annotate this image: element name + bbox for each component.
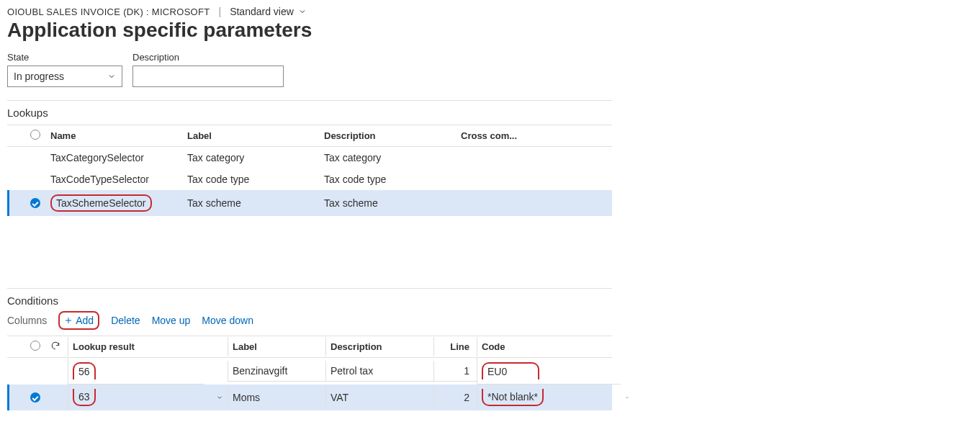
lookups-header-row: Name Label Description Cross com... xyxy=(7,125,612,147)
highlight-annotation: Add xyxy=(58,311,99,330)
conditions-header-row: Lookup result Label Description Line Cod… xyxy=(7,336,612,358)
col-label[interactable]: Label xyxy=(228,337,325,356)
view-switcher-label: Standard view xyxy=(230,6,294,17)
lookup-description: Tax code type xyxy=(320,169,457,189)
chevron-down-icon xyxy=(298,7,307,16)
highlight-annotation: EU0 xyxy=(482,362,539,379)
conditions-toolbar: Columns Add Delete Move up Move down xyxy=(7,311,612,330)
state-value: In progress xyxy=(14,71,64,82)
lookup-name: TaxCategorySelector xyxy=(46,148,183,168)
lookup-name: TaxSchemeSelector xyxy=(56,197,146,209)
refresh-icon[interactable] xyxy=(50,341,60,351)
condition-row[interactable]: 56 Benzinavgift Petrol tax 1 EU0 xyxy=(7,358,612,385)
col-name[interactable]: Name xyxy=(46,126,183,145)
col-line[interactable]: Line xyxy=(433,337,477,356)
row-selected-indicator[interactable] xyxy=(30,392,40,403)
cond-line: 1 xyxy=(433,361,477,382)
col-label[interactable]: Label xyxy=(183,126,320,145)
add-label: Add xyxy=(76,315,94,326)
highlight-annotation: TaxSchemeSelector xyxy=(50,194,152,212)
move-down-button[interactable]: Move down xyxy=(202,315,253,326)
cond-description: Petrol tax xyxy=(325,361,433,382)
cond-label: Moms xyxy=(228,387,325,408)
lookup-row[interactable]: TaxSchemeSelector Tax scheme Tax scheme xyxy=(7,190,612,216)
description-input[interactable] xyxy=(132,66,284,87)
lookup-cross xyxy=(457,153,557,162)
lookup-row[interactable]: TaxCategorySelector Tax category Tax cat… xyxy=(7,147,612,168)
highlight-annotation: 56 xyxy=(73,362,96,379)
lookup-label: Tax category xyxy=(183,148,320,168)
lookup-label: Tax scheme xyxy=(183,193,320,213)
state-label: State xyxy=(7,52,122,63)
breadcrumb-bar: OIOUBL SALES INVOICE (DK) : MICROSOFT | … xyxy=(7,6,612,17)
select-all-radio[interactable] xyxy=(30,341,40,351)
lookups-section-title: Lookups xyxy=(7,107,612,125)
conditions-section-title: Conditions xyxy=(7,295,612,313)
lookup-row[interactable]: TaxCodeTypeSelector Tax code type Tax co… xyxy=(7,168,612,190)
cond-result: 63 xyxy=(78,391,90,403)
lookup-description: Tax category xyxy=(320,148,457,168)
page-title: Application specific parameters xyxy=(7,19,612,42)
cond-code: EU0 xyxy=(487,366,507,377)
chevron-down-icon xyxy=(107,72,116,81)
delete-button[interactable]: Delete xyxy=(111,315,140,326)
cond-result: 56 xyxy=(78,366,90,377)
state-select[interactable]: In progress xyxy=(7,66,122,87)
breadcrumb-separator: | xyxy=(216,6,225,17)
move-up-button[interactable]: Move up xyxy=(152,315,191,326)
lookup-cross xyxy=(457,175,557,184)
condition-row[interactable]: 63 Moms VAT 2 *Not blank* xyxy=(7,385,612,410)
cond-label: Benzinavgift xyxy=(228,361,325,382)
cond-code: *Not blank* xyxy=(487,391,538,403)
highlight-annotation: 63 xyxy=(73,389,96,406)
col-lookup-result[interactable]: Lookup result xyxy=(68,337,204,356)
view-switcher[interactable]: Standard view xyxy=(230,6,307,17)
col-description[interactable]: Description xyxy=(320,126,457,145)
col-description[interactable]: Description xyxy=(325,337,433,356)
highlight-annotation: *Not blank* xyxy=(482,389,544,406)
cond-line: 2 xyxy=(433,387,477,408)
description-label: Description xyxy=(132,52,284,63)
breadcrumb: OIOUBL SALES INVOICE (DK) : MICROSOFT xyxy=(7,6,210,17)
add-button[interactable]: Add xyxy=(64,315,94,326)
col-cross[interactable]: Cross com... xyxy=(457,126,557,145)
select-all-radio[interactable] xyxy=(30,130,40,140)
lookup-cross xyxy=(457,199,557,207)
row-selected-indicator[interactable] xyxy=(30,198,40,208)
cond-description: VAT xyxy=(325,387,433,408)
columns-button[interactable]: Columns xyxy=(7,315,47,326)
lookup-description: Tax scheme xyxy=(320,193,457,213)
lookup-name: TaxCodeTypeSelector xyxy=(46,169,183,189)
chevron-down-icon[interactable] xyxy=(216,394,223,401)
plus-icon xyxy=(64,316,73,325)
lookup-label: Tax code type xyxy=(183,169,320,189)
col-code[interactable]: Code xyxy=(477,337,621,356)
chevron-down-icon[interactable] xyxy=(625,394,629,401)
